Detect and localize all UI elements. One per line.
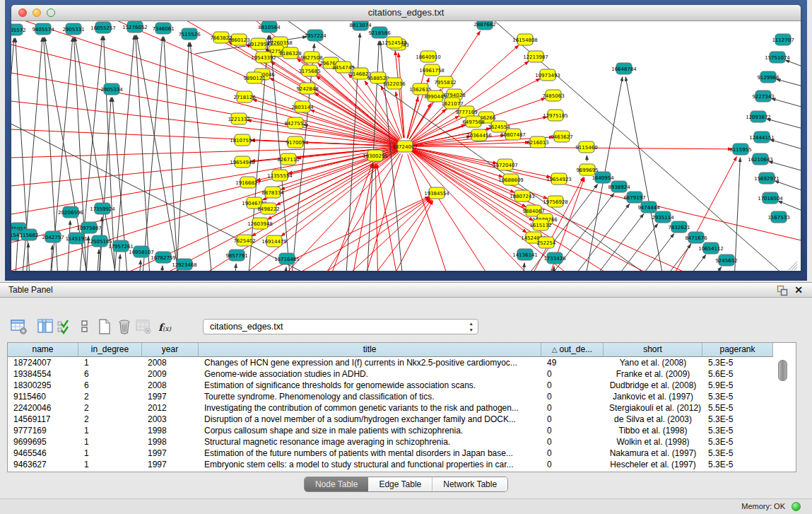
- column-header-title[interactable]: title: [199, 343, 541, 357]
- column-header-out_de[interactable]: △out_de...: [541, 343, 604, 357]
- graph-node-label: 7955812: [434, 80, 456, 86]
- table-cell: Investigating the contribution of common…: [199, 402, 541, 414]
- table-row[interactable]: 911546021997Tourette syndrome. Phenomeno…: [8, 391, 796, 402]
- table-row[interactable]: 946554611997Estimation of the future num…: [8, 448, 796, 459]
- table-cell: Hescheler et al. (1997): [604, 459, 702, 470]
- row-selection-button[interactable]: [54, 317, 76, 337]
- graph-edge: [136, 35, 153, 271]
- table-cell: 1: [78, 425, 142, 436]
- graph-edge: [231, 264, 236, 271]
- graph-edge: [94, 250, 99, 271]
- combo-stepper-icon: ▲▼: [469, 320, 473, 333]
- graph-node-label: 16648784: [611, 66, 637, 72]
- graph-node-label: 1112707: [772, 37, 794, 43]
- column-header-year[interactable]: year: [142, 343, 199, 357]
- table-cell: 49: [541, 357, 604, 368]
- table-row[interactable]: 1456911722003Disruption of a novel membe…: [8, 414, 796, 425]
- graph-node-label: 20364456: [466, 133, 492, 139]
- graph-node-label: 3175685: [298, 69, 320, 74]
- float-panel-icon[interactable]: [777, 285, 788, 296]
- table-cell: 0: [541, 448, 604, 459]
- memory-status-label: Memory: OK: [741, 502, 785, 510]
- graph-node-label: 9242848: [296, 86, 318, 92]
- graph-edge: [732, 158, 740, 271]
- graph-node-label: 9245652: [715, 258, 737, 264]
- close-panel-icon[interactable]: ✕: [792, 284, 805, 296]
- graph-edge: [471, 21, 801, 271]
- table-cell: 0: [541, 380, 604, 391]
- graph-node-label: 7957224: [304, 33, 326, 39]
- graph-node-label: 10688609: [498, 177, 524, 183]
- graph-node-label: 6879197: [623, 195, 645, 201]
- table-cell: 18300295: [8, 380, 78, 391]
- column-header-short[interactable]: short: [604, 343, 702, 357]
- graph-node-label: 9777169: [455, 110, 477, 115]
- graph-node-label: 16958107: [129, 250, 154, 255]
- select-columns-button[interactable]: [35, 317, 56, 337]
- network-canvas[interactable]: 5405572940557429053311605525715276052734…: [11, 21, 801, 271]
- graph-node-label: 16914479: [261, 239, 287, 245]
- graph-node-label: 10975887: [76, 226, 102, 231]
- new-column-button[interactable]: [94, 317, 115, 337]
- graph-node-label: 16210643: [748, 157, 773, 163]
- table-cell: 0: [541, 402, 604, 414]
- table-row[interactable]: 1938455462009Genome-wide association stu…: [8, 368, 796, 380]
- table-cell: Changes of HCN gene expression and I(f) …: [199, 357, 541, 368]
- table-row[interactable]: 2242004622012Investigating the contribut…: [8, 402, 796, 414]
- table-row[interactable]: 1830029562008Estimation of significance …: [8, 380, 796, 391]
- sort-indicator-icon: △: [552, 346, 558, 354]
- tab-node-table[interactable]: Node Table: [305, 477, 369, 491]
- table-vertical-scrollbar[interactable]: [778, 360, 787, 381]
- table-settings-button[interactable]: [8, 317, 30, 337]
- graph-edge: [785, 60, 801, 74]
- graph-node-label: 7485063: [542, 93, 564, 99]
- table-row[interactable]: 969969511998Structural magnetic resonanc…: [8, 436, 796, 448]
- graph-node-label: 9699695: [576, 168, 598, 173]
- table-cell: 9465546: [8, 448, 78, 459]
- table-cell: 5.3E-5: [702, 425, 773, 436]
- resize-grip-icon[interactable]: [792, 264, 797, 270]
- graph-node-label: 3624554: [488, 124, 510, 130]
- table-cell: Tibbo et al. (1998): [604, 425, 702, 436]
- table-cell: 2: [78, 391, 142, 402]
- graph-edge: [413, 150, 801, 271]
- tab-network-table[interactable]: Network Table: [432, 477, 507, 491]
- table-cell: 6: [78, 380, 142, 391]
- table-panel-title: Table Panel: [8, 283, 53, 298]
- table-cell: 5.3E-5: [702, 436, 773, 448]
- graph-node-label: 15276052: [122, 25, 148, 30]
- graph-node-label: 8454749: [332, 65, 354, 71]
- table-cell: 1997: [142, 459, 199, 470]
- graph-node-label: 15720407: [493, 163, 518, 168]
- graph-node-label: 16055257: [90, 25, 116, 31]
- graph-edge: [777, 79, 801, 92]
- delete-column-button[interactable]: [114, 317, 135, 337]
- node-table: namein_degreeyeartitle△out_de...shortpag…: [7, 342, 796, 472]
- graph-edge: [375, 164, 379, 271]
- graph-node-label: 22260358: [267, 40, 293, 46]
- table-row[interactable]: 977716911998Corpus callosum shape and si…: [8, 425, 796, 436]
- table-selector-value: citations_edges.txt: [210, 320, 283, 334]
- graph-node-label: 2718126: [233, 95, 256, 100]
- resize-grip-icon[interactable]: [794, 267, 797, 270]
- graph-node-label: 8115955: [729, 147, 751, 153]
- graph-edge: [174, 42, 189, 271]
- table-row[interactable]: 946362711997Embryonic stem cells: a mode…: [8, 459, 796, 470]
- graph-node-label: 5405572: [11, 28, 26, 33]
- table-row[interactable]: 1872400712008Changes of HCN gene express…: [8, 357, 796, 368]
- column-header-in_degree[interactable]: in_degree: [78, 343, 142, 357]
- graph-edge: [409, 153, 520, 271]
- rows-view-button[interactable]: [73, 317, 95, 337]
- column-header-name[interactable]: name: [8, 343, 78, 357]
- table-cell: 1: [78, 448, 142, 459]
- application-window: citations_edges.txt 54055729405574290533…: [0, 0, 812, 514]
- window-titlebar[interactable]: citations_edges.txt: [11, 5, 801, 21]
- graph-node-label: 1621077: [441, 101, 463, 107]
- import-table-button: [133, 317, 154, 337]
- tab-edge-table[interactable]: Edge Table: [368, 477, 432, 491]
- function-builder-button[interactable]: f(x): [154, 317, 175, 337]
- column-header-pagerank[interactable]: pagerank: [702, 343, 773, 357]
- graph-node-label: 8186328: [279, 51, 301, 57]
- table-cell: 9777169: [8, 425, 78, 436]
- table-selector-combobox[interactable]: citations_edges.txt ▲▼: [203, 319, 478, 334]
